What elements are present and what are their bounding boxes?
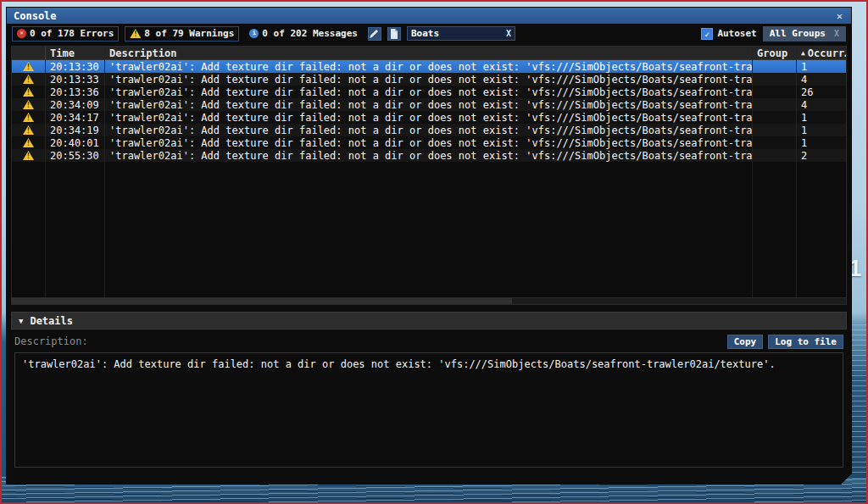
document-icon [390, 29, 398, 39]
row-description: 'trawler02ai': Add texture dir failed: n… [105, 111, 753, 124]
autoset-toggle[interactable]: ✓ Autoset [701, 28, 756, 40]
console-window: Console ✕ ✕ 0 of 178 Errors ! 8 of 79 Wa… [6, 7, 852, 485]
warnings-filter-button[interactable]: ! 8 of 79 Warnings [125, 26, 239, 42]
table-row[interactable]: ! 20:13:30 'trawler02ai': Add texture di… [12, 60, 846, 73]
groups-filter-label: All Groups [770, 28, 826, 39]
row-occurrences: 26 [797, 86, 846, 98]
column-header-occurrences[interactable]: ▲ Occurr… [797, 47, 846, 59]
info-icon: i [249, 29, 259, 38]
table-empty-area [12, 162, 846, 297]
row-description: 'trawler02ai': Add texture dir failed: n… [105, 86, 753, 98]
row-description: 'trawler02ai': Add texture dir failed: n… [105, 124, 753, 136]
details-toolbar: Description: Copy Log to file [11, 333, 847, 350]
groups-clear-icon[interactable]: X [834, 29, 839, 38]
row-time: 20:34:17 [46, 111, 105, 124]
errors-filter-label: 0 of 178 Errors [30, 28, 114, 39]
warnings-filter-label: 8 of 79 Warnings [144, 28, 234, 39]
warning-icon: ! [23, 151, 34, 160]
row-occurrences: 4 [797, 73, 846, 86]
row-description: 'trawler02ai': Add texture dir failed: n… [105, 136, 753, 149]
row-occurrences: 1 [797, 111, 846, 124]
row-time: 20:34:19 [46, 124, 105, 136]
warning-icon: ! [23, 62, 34, 71]
column-header-severity[interactable] [12, 47, 46, 59]
messages-filter-label: 0 of 202 Messages [262, 28, 358, 39]
row-group [753, 136, 797, 149]
row-group [753, 111, 797, 124]
details-title: Details [30, 315, 73, 327]
warning-icon: ! [23, 113, 34, 122]
edit-button[interactable] [368, 27, 381, 41]
errors-filter-button[interactable]: ✕ 0 of 178 Errors [12, 26, 119, 42]
description-text-box[interactable]: 'trawler02ai': Add texture dir failed: n… [14, 352, 843, 468]
log-table: Time Description Group ▲ Occurr… ! 20:13… [11, 46, 847, 305]
row-group [753, 73, 797, 86]
row-time: 20:13:36 [46, 86, 105, 98]
search-input[interactable] [411, 28, 503, 39]
messages-filter-button[interactable]: i 0 of 202 Messages [245, 26, 362, 42]
column-header-time[interactable]: Time [46, 47, 105, 59]
warning-icon: ! [23, 100, 34, 109]
column-header-description[interactable]: Description [105, 47, 753, 59]
row-description: 'trawler02ai': Add texture dir failed: n… [105, 73, 753, 86]
row-occurrences: 2 [797, 149, 846, 162]
checkbox-checked-icon[interactable]: ✓ [701, 28, 713, 40]
table-row[interactable]: ! 20:34:17 'trawler02ai': Add texture di… [12, 111, 846, 124]
row-time: 20:55:30 [46, 149, 105, 162]
table-row[interactable]: ! 20:40:01 'trawler02ai': Add texture di… [12, 136, 846, 149]
row-description: 'trawler02ai': Add texture dir failed: n… [105, 60, 753, 73]
details-section-header[interactable]: ▼ Details [11, 312, 847, 330]
row-time: 20:13:33 [46, 73, 105, 86]
row-occurrences: 1 [797, 60, 846, 73]
autoset-label: Autoset [717, 28, 756, 39]
table-row[interactable]: ! 20:55:30 'trawler02ai': Add texture di… [12, 149, 846, 162]
desktop-background: 1 Console ✕ ✕ 0 of 178 Errors ! 8 of 79 … [0, 0, 868, 504]
row-occurrences: 1 [797, 136, 846, 149]
scrollbar-thumb[interactable] [12, 298, 512, 304]
sort-ascending-icon: ▲ [801, 49, 805, 57]
groups-filter-dropdown[interactable]: All Groups X [763, 26, 846, 42]
close-icon[interactable]: ✕ [835, 10, 844, 22]
toolbar: ✕ 0 of 178 Errors ! 8 of 79 Warnings i 0… [7, 24, 851, 43]
table-body: ! 20:13:30 'trawler02ai': Add texture di… [12, 60, 846, 162]
window-title: Console [14, 10, 835, 22]
table-row[interactable]: ! 20:13:36 'trawler02ai': Add texture di… [12, 86, 846, 98]
row-occurrences: 4 [797, 98, 846, 111]
description-label: Description: [14, 335, 722, 347]
ocean-right-strip [849, 324, 866, 502]
warning-icon: ! [23, 75, 34, 84]
row-description: 'trawler02ai': Add texture dir failed: n… [105, 98, 753, 111]
horizontal-scrollbar[interactable] [12, 297, 846, 304]
row-group [753, 98, 797, 111]
log-to-file-button[interactable]: Log to file [768, 335, 843, 349]
table-row[interactable]: ! 20:34:19 'trawler02ai': Add texture di… [12, 124, 846, 136]
titlebar[interactable]: Console ✕ [7, 8, 851, 24]
warning-icon: ! [130, 29, 141, 38]
row-time: 20:13:30 [46, 60, 105, 73]
search-box: X [407, 26, 515, 41]
row-group [753, 86, 797, 98]
copy-button[interactable]: Copy [727, 335, 764, 349]
search-clear-icon[interactable]: X [506, 29, 511, 38]
warning-icon: ! [23, 125, 34, 135]
row-occurrences: 1 [797, 124, 846, 136]
warning-icon: ! [23, 138, 34, 147]
row-time: 20:34:09 [46, 98, 105, 111]
row-group [753, 60, 797, 73]
row-description: 'trawler02ai': Add texture dir failed: n… [105, 149, 753, 162]
details-body: Description: Copy Log to file 'trawler02… [11, 330, 847, 484]
error-icon: ✕ [17, 29, 26, 38]
row-time: 20:40:01 [46, 136, 105, 149]
collapse-triangle-icon[interactable]: ▼ [19, 317, 23, 325]
pencil-icon [370, 29, 379, 38]
warning-icon: ! [23, 87, 34, 97]
table-row[interactable]: ! 20:34:09 'trawler02ai': Add texture di… [12, 98, 846, 111]
log-file-button[interactable] [387, 27, 401, 41]
row-group [753, 149, 797, 162]
table-row[interactable]: ! 20:13:33 'trawler02ai': Add texture di… [12, 73, 846, 86]
row-group [753, 124, 797, 136]
column-header-group[interactable]: Group [753, 47, 797, 59]
table-header-row: Time Description Group ▲ Occurr… [12, 47, 846, 60]
